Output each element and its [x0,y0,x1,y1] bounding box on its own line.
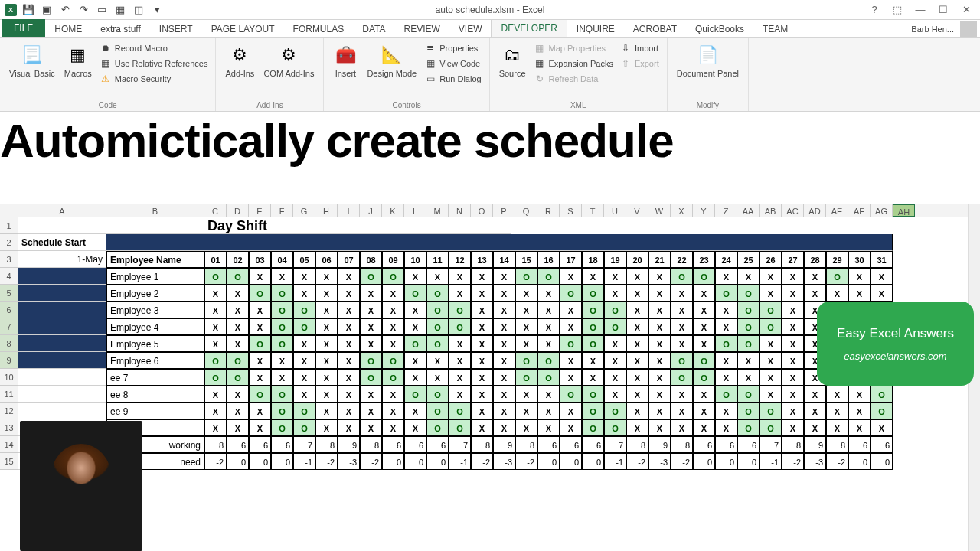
cell[interactable]: X [671,335,693,352]
cell[interactable]: X [293,369,315,386]
cell[interactable]: 7 [293,436,315,453]
cell[interactable]: X [537,403,560,419]
cell[interactable]: X [648,268,671,285]
cell[interactable]: 6 [693,436,715,453]
cell[interactable]: 0 [715,453,737,470]
cell[interactable]: X [648,403,671,419]
cell[interactable]: X [493,352,515,369]
cell[interactable]: O [604,318,626,335]
expansion-packs-button[interactable]: ▦Expansion Packs [532,57,615,70]
cell[interactable]: X [560,352,582,369]
cell[interactable]: X [449,335,471,352]
cell[interactable] [18,268,106,285]
qat-dropdown-icon[interactable]: ▾ [150,3,164,17]
cell[interactable]: X [493,285,515,302]
cell[interactable]: 01 [204,251,227,268]
cell[interactable]: X [204,335,227,352]
cell[interactable]: O [537,268,560,285]
cell[interactable]: -2 [360,453,382,470]
cell[interactable]: X [760,386,782,403]
cell[interactable]: X [227,403,249,419]
row-header[interactable]: 15 [0,453,18,470]
col-header-AD[interactable]: AD [804,204,826,217]
cell[interactable]: X [715,403,737,419]
cell[interactable]: 6 [271,436,293,453]
cell[interactable] [18,403,106,419]
cell[interactable]: X [360,419,382,436]
cell[interactable]: 0 [560,453,582,470]
cell[interactable]: X [426,369,449,386]
col-header-V[interactable]: V [626,204,648,217]
tab-extra-stuff[interactable]: extra stuff [91,21,149,37]
cell[interactable]: 03 [249,251,271,268]
cell[interactable]: X [760,335,782,352]
cell[interactable]: X [560,318,582,335]
cell[interactable]: 17 [560,251,582,268]
tab-developer[interactable]: DEVELOPER [491,19,567,37]
cell[interactable]: 28 [804,251,826,268]
cell[interactable]: X [737,352,760,369]
col-header-A[interactable]: A [18,204,106,217]
tab-formulas[interactable]: FORMULAS [284,21,354,37]
cell[interactable]: X [826,419,848,436]
macro-security-button[interactable]: ⚠Macro Security [98,72,210,86]
cell[interactable]: O [426,403,449,419]
cell[interactable]: X [293,386,315,403]
cell[interactable]: X [293,352,315,369]
cell[interactable]: X [382,335,404,352]
source-button[interactable]: 🗂Source [496,41,529,80]
cell[interactable]: O [271,318,293,335]
cell[interactable]: X [671,403,693,419]
cell[interactable]: X [360,386,382,403]
cell[interactable]: X [315,268,338,285]
cell[interactable]: 8 [471,436,493,453]
cell[interactable]: Employee 6 [106,352,204,369]
cell[interactable]: X [449,352,471,369]
cell[interactable]: X [626,268,648,285]
close-button[interactable]: ✕ [959,2,974,18]
map-properties-button[interactable]: ▦Map Properties [532,41,615,55]
cell[interactable]: X [426,268,449,285]
cell[interactable]: X [204,302,227,318]
cell[interactable]: X [471,302,493,318]
cell[interactable]: X [249,318,271,335]
cell[interactable]: X [338,335,360,352]
select-all-corner[interactable] [0,204,18,217]
cell[interactable]: X [204,419,227,436]
cell[interactable]: X [249,369,271,386]
cell[interactable]: ee 9 [106,403,204,419]
cell[interactable]: O [360,352,382,369]
cell[interactable]: 21 [648,251,671,268]
cell[interactable]: O [449,419,471,436]
cell[interactable]: X [271,268,293,285]
cell[interactable]: X [826,285,848,302]
cell[interactable]: X [560,419,582,436]
cell[interactable]: X [515,285,537,302]
column-headers[interactable]: ABCDEFGHIJKLMNOPQRSTUVWXYZAAABACADAEAFAG… [0,204,980,217]
undo-button[interactable]: ↶ [58,3,72,17]
cell[interactable] [106,234,893,251]
cell[interactable]: X [871,285,893,302]
cell[interactable]: 8 [360,436,382,453]
cell[interactable]: O [671,268,693,285]
cell[interactable]: X [493,403,515,419]
col-header-M[interactable]: M [426,204,449,217]
cell[interactable]: O [693,369,715,386]
cell[interactable]: X [249,403,271,419]
cell[interactable]: X [227,386,249,403]
cell[interactable]: X [493,268,515,285]
cell[interactable]: O [560,386,582,403]
cell[interactable]: X [626,335,648,352]
cell[interactable]: X [360,318,382,335]
row-header[interactable]: 7 [0,318,18,335]
row-header[interactable]: 6 [0,302,18,318]
cell[interactable]: O [360,268,382,285]
cell[interactable] [18,217,106,234]
col-header-D[interactable]: D [227,204,249,217]
cell[interactable]: O [515,369,537,386]
cell[interactable]: -1 [449,453,471,470]
cell[interactable]: X [471,335,493,352]
cell[interactable]: 29 [826,251,848,268]
col-header-N[interactable]: N [449,204,471,217]
cell[interactable]: 7 [449,436,471,453]
